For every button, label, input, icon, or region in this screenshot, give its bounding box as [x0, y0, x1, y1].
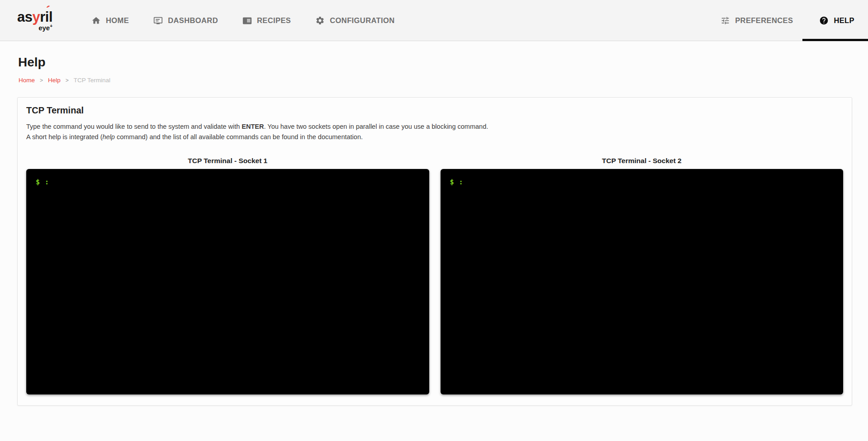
home-icon	[91, 16, 101, 25]
nav-item-label: RECIPES	[257, 16, 291, 25]
nav-item-preferences[interactable]: PREFERENCES	[721, 16, 793, 25]
nav-item-dashboard[interactable]: DASHBOARD	[153, 16, 218, 25]
breadcrumb-home[interactable]: Home	[19, 77, 35, 84]
nav-item-label: DASHBOARD	[168, 16, 218, 25]
nav-item-recipes[interactable]: RECIPES	[242, 16, 291, 25]
nav-item-label: HELP	[834, 16, 854, 25]
breadcrumb-current: TCP Terminal	[74, 77, 110, 84]
tune-icon	[721, 16, 730, 25]
nav-item-configuration[interactable]: CONFIGURATION	[315, 16, 394, 25]
help-icon	[819, 16, 829, 25]
terminal-title-socket1: TCP Terminal - Socket 1	[26, 157, 429, 165]
breadcrumb-separator: >	[66, 77, 69, 84]
card-title: TCP Terminal	[26, 105, 843, 116]
breadcrumb: Home > Help > TCP Terminal	[19, 77, 868, 84]
main-content: Help Home > Help > TCP Terminal TCP Term…	[0, 55, 868, 406]
active-tab-underline	[802, 39, 868, 41]
nav-item-label: PREFERENCES	[735, 16, 793, 25]
brand-wordmark: asyr´il	[17, 10, 52, 24]
tcp-terminal-card: TCP Terminal Type the command you would …	[17, 97, 852, 406]
gear-icon	[315, 16, 325, 25]
tcp-terminal-socket1[interactable]: $ :	[26, 169, 429, 394]
nav-item-help[interactable]: HELP	[819, 16, 854, 25]
card-description-line2: A short help is integrated (help command…	[26, 132, 843, 142]
terminal-row: TCP Terminal - Socket 1 $ : TCP Terminal…	[26, 157, 843, 394]
terminal-column-socket2: TCP Terminal - Socket 2 $ :	[441, 157, 844, 394]
terminal-column-socket1: TCP Terminal - Socket 1 $ :	[26, 157, 429, 394]
nav-item-label: CONFIGURATION	[330, 16, 394, 25]
terminal-title-socket2: TCP Terminal - Socket 2	[441, 157, 844, 165]
terminal-prompt: $ :	[36, 178, 49, 186]
dashboard-icon	[153, 16, 163, 25]
nav-item-label: HOME	[106, 16, 129, 25]
nav-main: HOME DASHBOARD RECIPES CONFIGURATION	[91, 16, 395, 25]
breadcrumb-separator: >	[40, 77, 43, 84]
terminal-prompt: $ :	[450, 178, 464, 186]
breadcrumb-help[interactable]: Help	[48, 77, 61, 84]
top-nav: asyr´il eye+ HOME DASHBOARD RECIPES CONF…	[0, 0, 868, 41]
brand-logo[interactable]: asyr´il eye+	[17, 10, 52, 31]
card-description-line1: Type the command you would like to send …	[26, 122, 843, 132]
recipes-icon	[242, 16, 252, 25]
nav-secondary: PREFERENCES HELP	[721, 16, 854, 25]
card-description: Type the command you would like to send …	[26, 122, 843, 142]
brand-y-accent: y	[32, 9, 40, 25]
tcp-terminal-socket2[interactable]: $ :	[441, 169, 844, 394]
nav-item-home[interactable]: HOME	[91, 16, 129, 25]
page-title: Help	[18, 55, 868, 70]
